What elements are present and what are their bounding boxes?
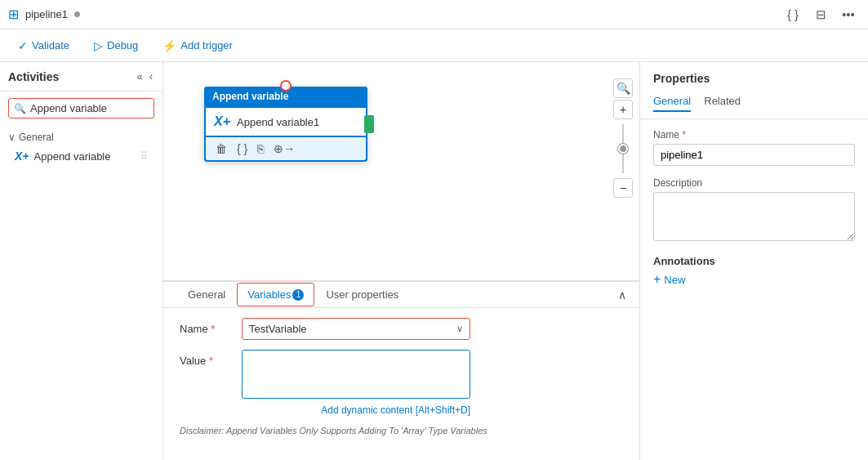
validate-icon: ✓: [18, 39, 28, 52]
right-tab-general[interactable]: General: [653, 92, 691, 112]
tab-user-properties[interactable]: User properties: [314, 282, 410, 307]
right-tab-related[interactable]: Related: [704, 92, 741, 112]
name-label: Name *: [180, 318, 229, 335]
sidebar-header: Activities « ‹: [0, 62, 162, 92]
unsaved-dot: [74, 11, 80, 17]
sidebar-collapse-btn[interactable]: «: [135, 69, 144, 84]
form-row-name: Name * TestVariable ∨: [180, 318, 623, 340]
right-name-required: *: [682, 129, 686, 141]
bottom-content: Name * TestVariable ∨ Value *: [163, 308, 639, 460]
annotations-label: Annotations: [653, 255, 855, 267]
right-panel: Properties General Related Name * Descri…: [639, 62, 868, 460]
sidebar-search-box: 🔍 Append variable: [8, 98, 154, 118]
dynamic-content-link[interactable]: Add dynamic content [Alt+Shift+D]: [242, 404, 470, 416]
debug-button[interactable]: ▷ Debug: [89, 36, 143, 56]
sidebar-item-append-variable[interactable]: X+ Append variable ⠿: [8, 146, 154, 166]
right-description-label: Description: [653, 177, 855, 189]
canvas-wrapper: Append variable X+ Append variable1 🗑 { …: [163, 62, 639, 460]
node-delete-btn[interactable]: 🗑: [214, 141, 229, 157]
code-icon-btn[interactable]: { }: [781, 3, 804, 26]
sidebar-section-general: ∨ General X+ Append variable ⠿: [0, 125, 162, 169]
right-name-label: Name *: [653, 129, 855, 141]
annotations-section: Annotations + New: [653, 255, 855, 287]
node-body-label: Append variable1: [237, 116, 319, 128]
right-panel-body: Name * Description Annotations + New: [640, 119, 868, 460]
node-copy-btn[interactable]: ⎘: [256, 141, 265, 157]
value-label: Value *: [180, 350, 229, 367]
search-zoom-btn[interactable]: 🔍: [613, 78, 633, 98]
activity-node[interactable]: Append variable X+ Append variable1 🗑 { …: [204, 87, 367, 162]
right-description-textarea[interactable]: [653, 192, 855, 241]
sidebar-section-header[interactable]: ∨ General: [8, 128, 154, 146]
more-icon-btn[interactable]: •••: [837, 3, 860, 26]
append-variable-icon: X+: [15, 150, 29, 163]
tab-variables-badge: 1: [292, 289, 304, 301]
name-select[interactable]: TestVariable ∨: [242, 318, 470, 340]
search-icon: 🔍: [14, 103, 26, 114]
debug-icon: ▷: [94, 39, 103, 52]
node-body: X+ Append variable1: [204, 106, 367, 137]
name-control-wrap: TestVariable ∨: [242, 318, 470, 340]
pipeline-title: pipeline1: [25, 8, 68, 20]
sidebar-collapse-btn2[interactable]: ‹: [148, 69, 154, 84]
node-top-connector: [280, 80, 292, 92]
tab-variables[interactable]: Variables1: [238, 284, 314, 306]
search-input[interactable]: Append variable: [30, 102, 149, 114]
right-name-group: Name *: [653, 129, 855, 166]
sidebar-title: Activities: [8, 70, 131, 83]
zoom-controls: 🔍 + −: [613, 78, 633, 198]
bottom-panel: General Variables1 User properties ∧ Nam…: [163, 280, 639, 460]
name-required: *: [211, 323, 215, 335]
node-body-icon: X+: [214, 114, 230, 129]
pipeline-icon: ⊞: [8, 7, 19, 22]
node-code-btn[interactable]: { }: [235, 141, 249, 157]
form-row-value: Value * Add dynamic content [Alt+Shift+D…: [180, 350, 623, 416]
add-new-annotation-btn[interactable]: + New: [653, 272, 685, 287]
zoom-slider-thumb[interactable]: [618, 144, 628, 154]
tab-variables-wrap: Variables1: [237, 283, 314, 307]
value-textarea[interactable]: [242, 350, 470, 399]
right-description-group: Description: [653, 177, 855, 243]
validate-button[interactable]: ✓ Validate: [13, 36, 74, 56]
bottom-tabs: General Variables1 User properties ∧: [163, 282, 639, 308]
plus-icon: +: [653, 272, 661, 287]
right-panel-tabs: General Related: [653, 92, 855, 112]
sidebar: Activities « ‹ 🔍 Append variable ∨ Gener…: [0, 62, 163, 460]
node-arrow-btn[interactable]: ⊕→: [272, 141, 296, 157]
monitor-icon-btn[interactable]: ⊟: [809, 3, 832, 26]
trigger-icon: ⚡: [162, 39, 176, 52]
drag-handle-icon: ⠿: [140, 150, 148, 162]
bottom-panel-collapse-btn[interactable]: ∧: [618, 288, 626, 301]
add-trigger-button[interactable]: ⚡ Add trigger: [158, 36, 238, 56]
chevron-down-icon: ∨: [456, 324, 463, 334]
zoom-slider-track: [622, 124, 624, 173]
node-actions: 🗑 { } ⎘ ⊕→: [204, 137, 367, 162]
tab-general[interactable]: General: [176, 282, 237, 307]
chevron-down-icon: ∨: [8, 132, 16, 143]
canvas-workspace[interactable]: Append variable X+ Append variable1 🗑 { …: [163, 62, 639, 280]
right-name-input[interactable]: [653, 144, 855, 166]
zoom-in-btn[interactable]: +: [613, 100, 633, 119]
right-panel-title: Properties: [653, 72, 855, 85]
top-bar: ⊞ pipeline1 { } ⊟ •••: [0, 0, 868, 29]
zoom-out-btn[interactable]: −: [613, 178, 633, 198]
toolbar: ✓ Validate ▷ Debug ⚡ Add trigger: [0, 29, 868, 62]
main-layout: Activities « ‹ 🔍 Append variable ∨ Gener…: [0, 62, 868, 460]
value-required: *: [209, 355, 213, 367]
disclaimer-text: Disclaimer: Append Variables Only Suppor…: [180, 426, 623, 435]
node-right-connector: [364, 115, 374, 133]
value-control-wrap: Add dynamic content [Alt+Shift+D]: [242, 350, 470, 416]
top-bar-icons: { } ⊟ •••: [781, 3, 860, 26]
right-panel-header: Properties General Related: [640, 62, 868, 119]
